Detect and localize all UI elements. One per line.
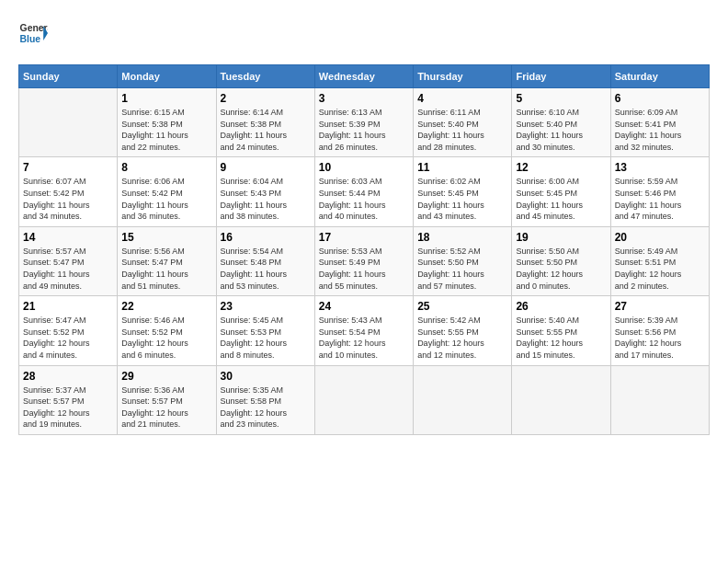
calendar-cell: 3Sunrise: 6:13 AM Sunset: 5:39 PM Daylig… [314, 88, 413, 157]
calendar-cell: 8Sunrise: 6:06 AM Sunset: 5:42 PM Daylig… [118, 157, 216, 226]
day-number: 15 [121, 231, 211, 244]
day-number: 4 [417, 92, 507, 105]
day-of-week-header: Wednesday [314, 65, 413, 88]
day-detail: Sunrise: 6:10 AM Sunset: 5:40 PM Dayligh… [516, 107, 606, 153]
day-number: 5 [516, 92, 606, 105]
day-number: 18 [417, 231, 507, 244]
calendar-week-row: 14Sunrise: 5:57 AM Sunset: 5:47 PM Dayli… [19, 226, 710, 295]
calendar-cell: 14Sunrise: 5:57 AM Sunset: 5:47 PM Dayli… [19, 226, 118, 295]
day-number: 16 [221, 231, 311, 244]
day-number: 17 [319, 231, 409, 244]
day-of-week-header: Thursday [414, 65, 512, 88]
calendar-cell [610, 365, 709, 434]
calendar-cell: 28Sunrise: 5:37 AM Sunset: 5:57 PM Dayli… [19, 365, 118, 434]
day-detail: Sunrise: 6:04 AM Sunset: 5:43 PM Dayligh… [221, 176, 311, 222]
calendar-cell: 29Sunrise: 5:36 AM Sunset: 5:57 PM Dayli… [118, 365, 216, 434]
day-of-week-header: Tuesday [216, 65, 314, 88]
calendar-cell [512, 365, 610, 434]
page-header: General Blue [18, 18, 710, 57]
day-number: 24 [319, 300, 409, 313]
calendar-cell: 21Sunrise: 5:47 AM Sunset: 5:52 PM Dayli… [19, 296, 118, 365]
day-detail: Sunrise: 5:40 AM Sunset: 5:55 PM Dayligh… [516, 315, 606, 361]
calendar-header-row: SundayMondayTuesdayWednesdayThursdayFrid… [19, 65, 710, 88]
day-number: 25 [417, 300, 507, 313]
calendar-cell: 22Sunrise: 5:46 AM Sunset: 5:52 PM Dayli… [118, 296, 216, 365]
day-detail: Sunrise: 5:49 AM Sunset: 5:51 PM Dayligh… [615, 246, 705, 292]
day-detail: Sunrise: 5:59 AM Sunset: 5:46 PM Dayligh… [615, 176, 705, 222]
logo: General Blue [18, 18, 51, 48]
day-detail: Sunrise: 5:56 AM Sunset: 5:47 PM Dayligh… [121, 246, 211, 292]
calendar-cell: 11Sunrise: 6:02 AM Sunset: 5:45 PM Dayli… [414, 157, 512, 226]
day-detail: Sunrise: 5:35 AM Sunset: 5:58 PM Dayligh… [221, 385, 311, 431]
calendar-cell: 15Sunrise: 5:56 AM Sunset: 5:47 PM Dayli… [118, 226, 216, 295]
calendar-week-row: 7Sunrise: 6:07 AM Sunset: 5:42 PM Daylig… [19, 157, 710, 226]
calendar-week-row: 1Sunrise: 6:15 AM Sunset: 5:38 PM Daylig… [19, 88, 710, 157]
day-number: 3 [319, 92, 409, 105]
calendar-cell: 24Sunrise: 5:43 AM Sunset: 5:54 PM Dayli… [314, 296, 413, 365]
day-number: 19 [516, 231, 606, 244]
calendar-week-row: 21Sunrise: 5:47 AM Sunset: 5:52 PM Dayli… [19, 296, 710, 365]
calendar-cell: 7Sunrise: 6:07 AM Sunset: 5:42 PM Daylig… [19, 157, 118, 226]
calendar-cell: 5Sunrise: 6:10 AM Sunset: 5:40 PM Daylig… [512, 88, 610, 157]
day-detail: Sunrise: 5:54 AM Sunset: 5:48 PM Dayligh… [221, 246, 311, 292]
day-detail: Sunrise: 6:15 AM Sunset: 5:38 PM Dayligh… [121, 107, 211, 153]
day-detail: Sunrise: 6:13 AM Sunset: 5:39 PM Dayligh… [319, 107, 409, 153]
day-number: 26 [516, 300, 606, 313]
day-number: 22 [121, 300, 211, 313]
day-detail: Sunrise: 5:57 AM Sunset: 5:47 PM Dayligh… [23, 246, 113, 292]
calendar-cell: 10Sunrise: 6:03 AM Sunset: 5:44 PM Dayli… [314, 157, 413, 226]
calendar-cell: 1Sunrise: 6:15 AM Sunset: 5:38 PM Daylig… [118, 88, 216, 157]
calendar-cell: 2Sunrise: 6:14 AM Sunset: 5:38 PM Daylig… [216, 88, 314, 157]
calendar-cell [314, 365, 413, 434]
calendar-cell: 6Sunrise: 6:09 AM Sunset: 5:41 PM Daylig… [610, 88, 709, 157]
day-detail: Sunrise: 5:50 AM Sunset: 5:50 PM Dayligh… [516, 246, 606, 292]
calendar-cell: 26Sunrise: 5:40 AM Sunset: 5:55 PM Dayli… [512, 296, 610, 365]
day-number: 7 [23, 161, 113, 174]
day-number: 28 [23, 370, 113, 383]
day-number: 8 [121, 161, 211, 174]
day-detail: Sunrise: 5:39 AM Sunset: 5:56 PM Dayligh… [615, 315, 705, 361]
day-of-week-header: Saturday [610, 65, 709, 88]
svg-text:Blue: Blue [20, 34, 41, 44]
day-number: 23 [221, 300, 311, 313]
day-detail: Sunrise: 5:46 AM Sunset: 5:52 PM Dayligh… [121, 315, 211, 361]
day-number: 20 [615, 231, 705, 244]
day-of-week-header: Monday [118, 65, 216, 88]
calendar-cell: 4Sunrise: 6:11 AM Sunset: 5:40 PM Daylig… [414, 88, 512, 157]
day-detail: Sunrise: 5:53 AM Sunset: 5:49 PM Dayligh… [319, 246, 409, 292]
day-of-week-header: Sunday [19, 65, 118, 88]
day-number: 1 [121, 92, 211, 105]
day-detail: Sunrise: 5:52 AM Sunset: 5:50 PM Dayligh… [417, 246, 507, 292]
day-number: 10 [319, 161, 409, 174]
calendar-cell: 12Sunrise: 6:00 AM Sunset: 5:45 PM Dayli… [512, 157, 610, 226]
day-number: 12 [516, 161, 606, 174]
day-number: 14 [23, 231, 113, 244]
day-of-week-header: Friday [512, 65, 610, 88]
day-detail: Sunrise: 6:11 AM Sunset: 5:40 PM Dayligh… [417, 107, 507, 153]
calendar-cell: 27Sunrise: 5:39 AM Sunset: 5:56 PM Dayli… [610, 296, 709, 365]
day-number: 11 [417, 161, 507, 174]
day-number: 2 [221, 92, 311, 105]
day-detail: Sunrise: 6:00 AM Sunset: 5:45 PM Dayligh… [516, 176, 606, 222]
day-detail: Sunrise: 5:37 AM Sunset: 5:57 PM Dayligh… [23, 385, 113, 431]
day-detail: Sunrise: 6:02 AM Sunset: 5:45 PM Dayligh… [417, 176, 507, 222]
calendar-cell: 25Sunrise: 5:42 AM Sunset: 5:55 PM Dayli… [414, 296, 512, 365]
calendar-cell: 9Sunrise: 6:04 AM Sunset: 5:43 PM Daylig… [216, 157, 314, 226]
calendar-cell: 13Sunrise: 5:59 AM Sunset: 5:46 PM Dayli… [610, 157, 709, 226]
calendar-cell: 23Sunrise: 5:45 AM Sunset: 5:53 PM Dayli… [216, 296, 314, 365]
calendar-cell: 20Sunrise: 5:49 AM Sunset: 5:51 PM Dayli… [610, 226, 709, 295]
calendar-cell: 16Sunrise: 5:54 AM Sunset: 5:48 PM Dayli… [216, 226, 314, 295]
calendar-cell [19, 88, 118, 157]
calendar-cell: 19Sunrise: 5:50 AM Sunset: 5:50 PM Dayli… [512, 226, 610, 295]
calendar-week-row: 28Sunrise: 5:37 AM Sunset: 5:57 PM Dayli… [19, 365, 710, 434]
calendar-cell: 18Sunrise: 5:52 AM Sunset: 5:50 PM Dayli… [414, 226, 512, 295]
day-number: 9 [221, 161, 311, 174]
day-detail: Sunrise: 5:42 AM Sunset: 5:55 PM Dayligh… [417, 315, 507, 361]
calendar-cell: 30Sunrise: 5:35 AM Sunset: 5:58 PM Dayli… [216, 365, 314, 434]
day-detail: Sunrise: 5:45 AM Sunset: 5:53 PM Dayligh… [221, 315, 311, 361]
day-detail: Sunrise: 6:07 AM Sunset: 5:42 PM Dayligh… [23, 176, 113, 222]
calendar-cell [414, 365, 512, 434]
calendar-table: SundayMondayTuesdayWednesdayThursdayFrid… [18, 64, 710, 435]
day-number: 13 [615, 161, 705, 174]
day-detail: Sunrise: 5:36 AM Sunset: 5:57 PM Dayligh… [121, 385, 211, 431]
